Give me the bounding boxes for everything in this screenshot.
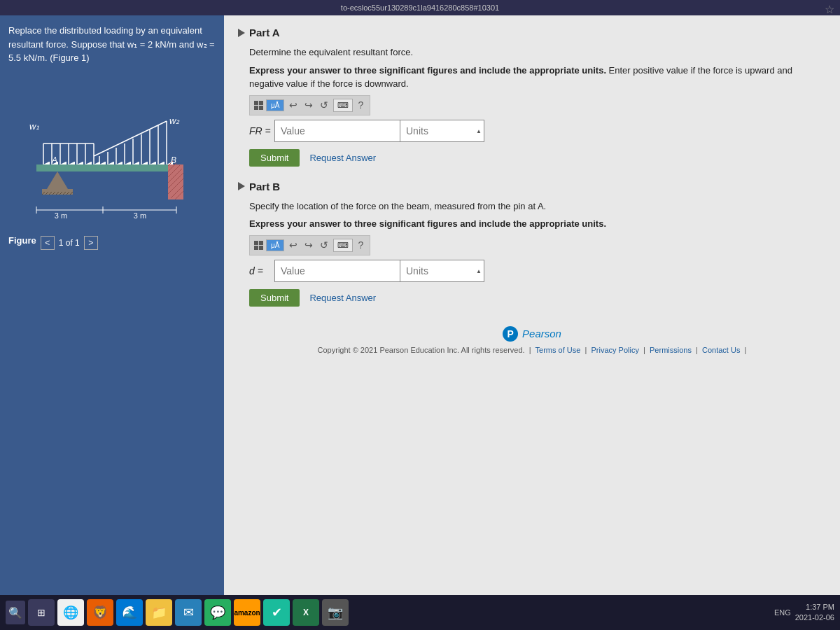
- part-b-units-input[interactable]: [400, 260, 484, 282]
- next-figure-button[interactable]: >: [84, 236, 98, 250]
- taskbar-edge-button[interactable]: 🌊: [116, 599, 143, 626]
- help-icon-b[interactable]: ?: [356, 239, 365, 251]
- taskbar-search-button[interactable]: 🔍: [6, 601, 25, 624]
- pearson-name-text: Pearson: [522, 328, 561, 340]
- redo-icon-b[interactable]: ↪: [302, 239, 315, 251]
- part-b-expand-icon: [238, 182, 245, 190]
- footer-area: P Pearson Copyright © 2021 Pearson Educa…: [238, 321, 826, 358]
- copyright-text: Copyright © 2021 Pearson Education Inc. …: [318, 346, 525, 354]
- answer-panel: Part A Determine the equivalent resultan…: [224, 15, 840, 595]
- part-b-submit-row: Submit Request Answer: [249, 289, 826, 307]
- part-b-value-input[interactable]: [274, 260, 400, 282]
- svg-text:w₂: w₂: [169, 115, 180, 126]
- part-a-toolbar: μÅ ↩ ↪ ↺ ⌨ ?: [249, 95, 370, 115]
- taskbar-mail-button[interactable]: ✉: [175, 599, 202, 626]
- taskbar-app2-button[interactable]: ✔: [263, 599, 290, 626]
- taskbar: 🔍 ⊞ 🌐 🦁 🌊 📁 ✉ 💬 amazon ✔ X 📷 ENG 1:37 PM…: [0, 595, 840, 630]
- mail-icon: ✉: [183, 605, 194, 620]
- svg-text:B: B: [171, 155, 176, 165]
- search-icon: 🔍: [8, 606, 22, 620]
- undo-icon-a[interactable]: ↩: [287, 99, 300, 111]
- part-b-desc2: Express your answer to three significant…: [249, 217, 826, 231]
- svg-text:A: A: [51, 155, 57, 165]
- keyboard-icon-b[interactable]: ⌨: [333, 239, 353, 252]
- part-b-units-wrapper: [400, 260, 484, 282]
- part-a-desc2: Express your answer to three significant…: [249, 64, 826, 91]
- taskbar-excel-button[interactable]: X: [293, 599, 319, 626]
- app2-icon: ✔: [272, 605, 282, 620]
- refresh-icon-a[interactable]: ↺: [318, 99, 330, 111]
- edge-icon: 🌊: [122, 605, 137, 620]
- mu-button-b[interactable]: μÅ: [266, 239, 284, 251]
- mu-button-a[interactable]: μÅ: [266, 99, 284, 111]
- part-b-request-answer-link[interactable]: Request Answer: [309, 293, 376, 303]
- part-b-answer-row: d =: [249, 260, 501, 282]
- part-a-header[interactable]: Part A: [238, 27, 826, 38]
- taskbar-brave-button[interactable]: 🦁: [87, 599, 113, 626]
- keyboard-icon-a[interactable]: ⌨: [333, 99, 353, 112]
- svg-text:w₁: w₁: [29, 121, 39, 132]
- brave-icon: 🦁: [92, 605, 108, 620]
- part-a-answer-label: FR =: [249, 125, 272, 136]
- part-a-value-input[interactable]: [274, 120, 400, 142]
- part-b-header[interactable]: Part B: [238, 181, 826, 192]
- redo-icon-a[interactable]: ↪: [302, 99, 315, 111]
- taskbar-date-text: 2021-02-06: [795, 612, 834, 623]
- camera-icon: 📷: [328, 605, 343, 620]
- terms-of-use-link[interactable]: Terms of Use: [536, 346, 581, 354]
- beam-diagram: w₁ w₂: [8, 74, 208, 227]
- bookmark-star-button[interactable]: ☆: [825, 3, 834, 16]
- folder-icon: 📁: [151, 605, 167, 620]
- privacy-policy-link[interactable]: Privacy Policy: [591, 346, 638, 354]
- undo-icon-b[interactable]: ↩: [287, 239, 300, 251]
- part-b-toolbar: μÅ ↩ ↪ ↺ ⌨ ?: [249, 235, 370, 255]
- taskbar-camera-button[interactable]: 📷: [322, 599, 349, 626]
- part-b-title: Part B: [249, 181, 280, 192]
- permissions-link[interactable]: Permissions: [650, 346, 692, 354]
- taskbar-time-text: 1:37 PM: [795, 602, 834, 612]
- taskbar-amazon-button[interactable]: amazon: [234, 599, 260, 626]
- desktops-icon: ⊞: [37, 607, 46, 618]
- part-a-content: Determine the equivalent resultant force…: [238, 46, 826, 167]
- excel-icon: X: [303, 608, 309, 617]
- part-a-section: Part A Determine the equivalent resultan…: [238, 27, 826, 167]
- svg-text:3 m: 3 m: [134, 211, 146, 220]
- figure-label: Figure: [8, 234, 36, 248]
- refresh-icon-b[interactable]: ↺: [318, 239, 330, 251]
- part-b-content: Specify the location of the force on the…: [238, 200, 826, 307]
- part-a-units-wrapper: [400, 120, 484, 142]
- url-text: to-ecsloc55ur130289c1la9416280c858#10301: [341, 4, 499, 12]
- taskbar-chrome-button[interactable]: 🌐: [57, 599, 84, 626]
- grid-icon-a: [254, 101, 263, 110]
- problem-text: Replace the distributed loading by an eq…: [8, 24, 216, 65]
- copyright-line: Copyright © 2021 Pearson Education Inc. …: [252, 346, 812, 354]
- amazon-icon: amazon: [234, 609, 260, 617]
- grid-icon-b: [254, 241, 263, 250]
- part-a-request-answer-link[interactable]: Request Answer: [309, 153, 376, 163]
- svg-rect-21: [36, 164, 176, 172]
- part-b-section: Part B Specify the location of the force…: [238, 181, 826, 307]
- part-b-submit-button[interactable]: Submit: [249, 289, 300, 307]
- pearson-logo: P Pearson: [252, 326, 812, 342]
- browser-url-bar[interactable]: to-ecsloc55ur130289c1la9416280c858#10301: [0, 0, 840, 15]
- taskbar-right-area: ENG 1:37 PM 2021-02-06: [774, 602, 834, 624]
- part-a-answer-row: FR =: [249, 120, 501, 142]
- part-a-submit-row: Submit Request Answer: [249, 149, 826, 167]
- taskbar-app1-button[interactable]: 💬: [204, 599, 231, 626]
- contact-us-link[interactable]: Contact Us: [702, 346, 740, 354]
- svg-rect-0: [8, 74, 208, 227]
- taskbar-folder-button[interactable]: 📁: [146, 599, 172, 626]
- part-a-expand-icon: [238, 29, 245, 37]
- figure-page-indicator: 1 of 1: [59, 237, 80, 249]
- problem-statement-panel: Replace the distributed loading by an eq…: [0, 15, 224, 595]
- part-a-title: Part A: [249, 27, 280, 38]
- prev-figure-button[interactable]: <: [41, 236, 55, 250]
- part-a-desc1: Determine the equivalent resultant force…: [249, 46, 826, 59]
- part-a-units-input[interactable]: [400, 120, 484, 142]
- taskbar-lang: ENG: [774, 608, 791, 617]
- svg-text:3 m: 3 m: [55, 211, 67, 220]
- part-a-submit-button[interactable]: Submit: [249, 149, 300, 167]
- pearson-p-icon: P: [503, 326, 518, 342]
- help-icon-a[interactable]: ?: [356, 99, 365, 111]
- taskbar-virtual-desktops[interactable]: ⊞: [28, 599, 55, 626]
